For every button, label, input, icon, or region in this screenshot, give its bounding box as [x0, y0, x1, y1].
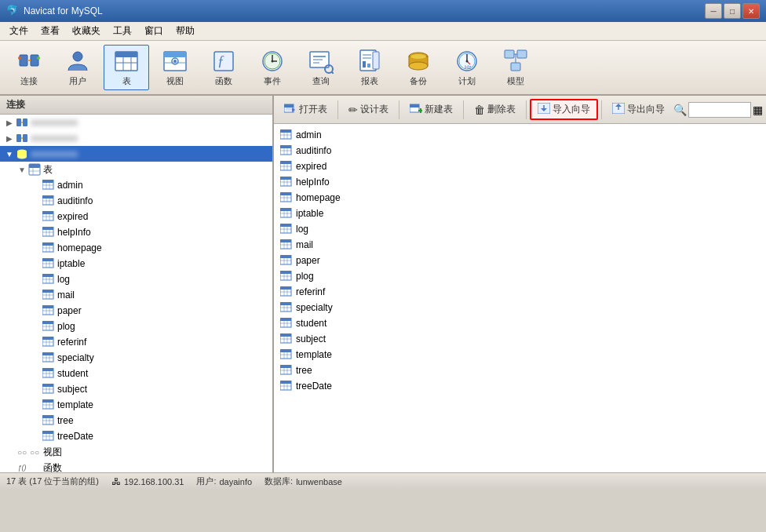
svg-point-58	[17, 155, 27, 159]
table-row-icon	[280, 239, 293, 251]
table-name-label: student	[57, 368, 88, 379]
connection-tree[interactable]: ▶ xxxxxxxxxx ▶ xxxxxxxxxx ▼	[0, 115, 272, 472]
right-table-row-plog[interactable]: plog	[277, 268, 763, 284]
right-table-row-treeDate[interactable]: treeDate	[277, 378, 763, 394]
new-table-button[interactable]: 新建表	[403, 100, 460, 119]
toolbar-model[interactable]: 模型	[493, 45, 538, 90]
event-icon	[260, 49, 285, 74]
minimize-button[interactable]: ─	[705, 3, 722, 19]
menu-view[interactable]: 查看	[35, 23, 66, 39]
toolbar-user[interactable]: 用户	[55, 45, 100, 90]
right-table-row-specialty[interactable]: specialty	[277, 300, 763, 315]
toolbar-backup[interactable]: 备份	[396, 45, 441, 90]
toolbar-schedule[interactable]: Hz 计划	[444, 45, 490, 90]
tree-table-referinf[interactable]: referinf	[0, 334, 272, 350]
toggle-icon[interactable]: ▶	[3, 132, 16, 144]
right-table-row-auditinfo[interactable]: auditinfo	[277, 143, 763, 159]
menu-file[interactable]: 文件	[3, 23, 35, 39]
right-table-row-homepage[interactable]: homepage	[277, 190, 763, 206]
table-name-label: log	[57, 274, 70, 285]
tree-table-expired[interactable]: expired	[0, 209, 272, 224]
close-button[interactable]: ✕	[742, 3, 760, 19]
right-table-row-expired[interactable]: expired	[277, 159, 763, 174]
toggle-icon[interactable]: ▶	[3, 116, 16, 129]
right-table-row-referinf[interactable]: referinf	[277, 284, 763, 300]
right-table-row-mail[interactable]: mail	[277, 237, 763, 253]
svg-rect-7	[115, 52, 137, 57]
delete-table-button[interactable]: 🗑 删除表	[467, 100, 523, 119]
connection-header: 连接	[0, 96, 272, 115]
import-wizard-button[interactable]: 导入向导	[530, 99, 598, 120]
tree-table-treeDate[interactable]: treeDate	[0, 428, 272, 444]
tree-table-subject[interactable]: subject	[0, 381, 272, 397]
tables-toggle[interactable]: ▼	[16, 163, 28, 176]
app-icon: 🐬	[6, 5, 19, 17]
table-name-label: template	[57, 399, 93, 410]
right-table-row-iptable[interactable]: iptable	[277, 206, 763, 221]
tree-functions-group[interactable]: ƒ() 函数	[0, 460, 272, 472]
tree-connection-2[interactable]: ▶ xxxxxxxxxx	[0, 130, 272, 146]
menu-favorites[interactable]: 收藏夹	[66, 23, 107, 39]
svg-rect-194	[280, 224, 291, 227]
tree-table-mail[interactable]: mail	[0, 287, 272, 303]
tree-table-auditinfo[interactable]: auditinfo	[0, 193, 272, 209]
funcs-toggle[interactable]: ƒ()	[16, 461, 28, 472]
menu-tools[interactable]: 工具	[107, 23, 138, 39]
tree-table-helpInfo[interactable]: helpInfo	[0, 224, 272, 240]
toolbar-table[interactable]: 表	[104, 45, 149, 90]
toolbar-report[interactable]: 报表	[347, 45, 392, 90]
svg-rect-79	[42, 227, 53, 230]
menu-window[interactable]: 窗口	[138, 23, 170, 39]
right-table-row-paper[interactable]: paper	[277, 253, 763, 268]
export-wizard-button[interactable]: 导出向导	[605, 100, 672, 119]
right-table-row-subject[interactable]: subject	[277, 331, 763, 347]
views-toggle[interactable]: ○○	[16, 446, 28, 458]
user-value: dayainfo	[220, 477, 253, 486]
search-input[interactable]	[688, 102, 751, 118]
tree-table-tree[interactable]: tree	[0, 413, 272, 428]
tree-table-specialty[interactable]: specialty	[0, 350, 272, 366]
tree-table-iptable[interactable]: iptable	[0, 256, 272, 271]
maximize-button[interactable]: □	[724, 3, 741, 19]
tree-connection-1[interactable]: ▶ xxxxxxxxxx	[0, 115, 272, 130]
toolbar-event[interactable]: 事件	[250, 45, 295, 90]
right-table-row-log[interactable]: log	[277, 221, 763, 237]
svg-rect-53	[16, 134, 21, 142]
export-wizard-label: 导出向导	[627, 103, 665, 116]
tree-table-student[interactable]: student	[0, 366, 272, 381]
table-row-icon	[42, 226, 55, 239]
svg-rect-47	[511, 63, 520, 71]
svg-rect-0	[20, 55, 27, 66]
tree-table-paper[interactable]: paper	[0, 303, 272, 319]
right-table-row-admin[interactable]: admin	[277, 127, 763, 143]
toolbar-view[interactable]: 视图	[152, 45, 198, 90]
menu-help[interactable]: 帮助	[170, 23, 201, 39]
right-table-row-student[interactable]: student	[277, 315, 763, 331]
design-table-button[interactable]: ✏ 设计表	[341, 100, 396, 119]
grid-view-icon: ▦	[753, 104, 763, 116]
tree-table-items: admin auditinfo expired	[0, 177, 272, 444]
right-table-row-tree[interactable]: tree	[277, 363, 763, 378]
table-row-icon	[42, 242, 55, 254]
svg-text:ƒ: ƒ	[217, 53, 224, 69]
tree-views-group[interactable]: ○○ ○○ 视图	[0, 444, 272, 460]
right-table-name: log	[296, 224, 308, 235]
tree-table-log[interactable]: log	[0, 271, 272, 287]
right-table-row-template[interactable]: template	[277, 347, 763, 363]
right-table-list[interactable]: admin auditinfo expired	[274, 124, 766, 472]
toolbar-query[interactable]: 查询	[298, 45, 344, 90]
table-row-icon	[280, 364, 293, 377]
db-toggle[interactable]: ▼	[3, 148, 16, 160]
open-table-button[interactable]: 打开表	[277, 100, 334, 119]
toolbar-function[interactable]: ƒ 函数	[201, 45, 246, 90]
tree-table-admin[interactable]: admin	[0, 177, 272, 193]
tree-table-template[interactable]: template	[0, 397, 272, 413]
tree-database[interactable]: ▼ xxxxxxxxxx	[0, 146, 272, 162]
tree-tables-group[interactable]: ▼ 表	[0, 162, 272, 177]
toolbar-connect[interactable]: 连接	[6, 45, 52, 90]
right-table-row-helpInfo[interactable]: helpInfo	[277, 174, 763, 190]
tree-table-plog[interactable]: plog	[0, 319, 272, 334]
user-label: 用户	[69, 75, 86, 87]
right-table-name: homepage	[296, 192, 341, 203]
tree-table-homepage[interactable]: homepage	[0, 240, 272, 256]
